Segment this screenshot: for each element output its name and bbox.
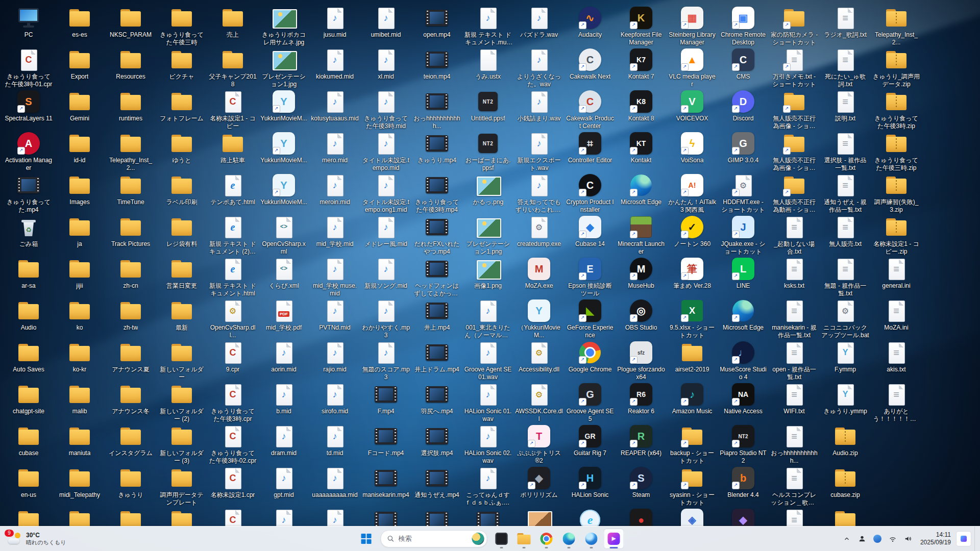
desktop-icon[interactable]: フォトフレーム [156, 87, 207, 131]
desktop-icon[interactable]: ϟ↗ VoiSona [667, 129, 718, 173]
desktop-icon[interactable]: createdump.exe [513, 212, 565, 257]
tray-user-button[interactable] [855, 530, 869, 548]
desktop-icon[interactable]: ありがとう！！！！！！.txt [871, 380, 922, 424]
desktop-icon[interactable]: C↗ CMS [718, 45, 769, 89]
desktop-icon[interactable]: ko-kr [54, 338, 105, 382]
desktop-icon[interactable] [54, 505, 105, 527]
desktop-icon[interactable]: きゅうり食ってた午後3時-01.cpr [3, 45, 54, 89]
desktop-icon[interactable]: ↗ 無人販売不正行為画像 - ショートカッ... [769, 87, 820, 131]
desktop-icon[interactable]: sirofo.mid [309, 380, 360, 424]
desktop-icon[interactable]: NT2↗ Piapro Studio NT2 [718, 421, 769, 466]
desktop-icon[interactable] [513, 505, 565, 527]
desktop-icon[interactable]: 新規 テキスト ドキュメント.html [207, 254, 258, 298]
taskbar-app-explorer[interactable] [514, 529, 534, 549]
desktop-icon[interactable]: es-es [54, 3, 105, 47]
desktop-icon[interactable]: 新規 テキスト ドキュメント (2).html [207, 212, 258, 257]
desktop-icon[interactable]: H↗ HALion Sonic [565, 463, 616, 508]
desktop-icon[interactable]: わかりやすく.mp3 [360, 296, 411, 340]
notification-center-button[interactable] [956, 531, 971, 546]
desktop-icon[interactable]: プレゼンテーション1.jpg [258, 45, 309, 89]
desktop-icon[interactable]: プレゼンテーション1.png [462, 212, 513, 257]
desktop-icon[interactable]: 無題のスコア.mp3 [360, 338, 411, 382]
desktop-icon[interactable]: 井上ドラム.mp4 [411, 338, 462, 382]
tray-chevron-button[interactable] [840, 530, 854, 548]
desktop-icon[interactable]: 新規ソング.mid [360, 254, 411, 298]
desktop-icon[interactable]: ja [54, 212, 105, 257]
desktop-icon[interactable]: きゅうり.mp4 [411, 129, 462, 173]
desktop-icon[interactable]: きゅうり食ってた午後3時.cpr [207, 380, 258, 424]
desktop-icon[interactable]: おーばーまにあ.ppsf [462, 129, 513, 173]
desktop-icon[interactable]: ◆ [718, 505, 769, 527]
desktop-icon[interactable]: ↗ Minecraft Launcher [616, 212, 667, 257]
desktop-icon[interactable]: kiokumed.mid [309, 45, 360, 89]
desktop-icon[interactable]: HALion Sonic 02.wav [462, 421, 513, 466]
desktop-icon[interactable]: aorin.mid [258, 338, 309, 382]
desktop-icon[interactable]: meroin.mid [309, 170, 360, 215]
desktop-icon[interactable]: NKSC_PARAM [105, 3, 156, 47]
show-desktop-button[interactable] [974, 527, 978, 551]
desktop-icon[interactable]: manisekarin.mp4 [360, 463, 411, 508]
desktop-icon[interactable]: mid_学校.mid [309, 212, 360, 257]
desktop-icon[interactable]: G↗ GIMP 3.0.4 [718, 129, 769, 173]
desktop-icon[interactable]: きゅうり_調声用データ.zip [871, 45, 922, 89]
desktop-icon[interactable]: パズドラ.wav [513, 3, 565, 47]
desktop-icon[interactable]: Accessibility.dll [513, 338, 565, 382]
desktop-icon[interactable]: Audio.zip [820, 421, 871, 466]
desktop-icon[interactable]: ゆうと [156, 129, 207, 173]
desktop-icon[interactable]: よりうざくなった。wav [513, 45, 565, 89]
desktop-icon[interactable]: ● [616, 505, 667, 527]
taskbar-app-edge[interactable] [559, 529, 579, 549]
desktop-icon[interactable]: インスタグラム [105, 421, 156, 466]
desktop-icon[interactable]: Auto Saves [3, 338, 54, 382]
desktop-icon[interactable]: M MoZA.exe [513, 254, 565, 298]
desktop[interactable]: PC きゅうり食ってた午後3時-01.cpr S↗ SpectraLayers … [0, 0, 980, 527]
network-button[interactable] [886, 530, 900, 548]
desktop-icon[interactable]: K↗ Keepforest File Manager [616, 3, 667, 47]
desktop-icon[interactable]: 新しいフォルダー (2) [156, 380, 207, 424]
desktop-icon[interactable]: ↗ Microsoft Edge [616, 170, 667, 215]
desktop-icon[interactable]: OpenCvSharp.xml [258, 212, 309, 257]
desktop-icon[interactable]: C↗ Cakewalk Next [565, 45, 616, 89]
desktop-icon[interactable]: 営業日変更 [156, 254, 207, 298]
desktop-icon[interactable]: midi_Telepathy [54, 463, 105, 508]
desktop-icon[interactable]: R↗ REAPER (x64) [616, 421, 667, 466]
desktop-icon[interactable]: MoZA.ini [871, 296, 922, 340]
desktop-icon[interactable]: uaaaaaaaaa.mid [309, 463, 360, 508]
desktop-icon[interactable]: だれだFXいれたやつ.mp4 [411, 212, 462, 257]
desktop-icon[interactable]: 調声練習(失敗)_3.zip [871, 170, 922, 215]
desktop-icon[interactable]: dram.mid [258, 421, 309, 466]
desktop-icon[interactable] [411, 505, 462, 527]
desktop-icon[interactable]: きゅうり食ってた.mp4 [3, 170, 54, 215]
desktop-icon[interactable]: 井上.mp4 [411, 296, 462, 340]
desktop-icon[interactable]: G↗ Groove Agent SE 5 [565, 380, 616, 424]
desktop-icon[interactable]: jusu.mid [309, 3, 360, 47]
desktop-icon[interactable]: ◎↗ OBS Studio [616, 296, 667, 340]
desktop-icon[interactable]: 無人販売.txt [820, 212, 871, 257]
desktop-icon[interactable]: ↗ 家の防犯カメラ - ショートカット [769, 3, 820, 47]
desktop-icon[interactable]: 新しいフォルダー [156, 338, 207, 382]
desktop-icon[interactable]: ↗ Google Chrome [565, 338, 616, 382]
desktop-icon[interactable]: ヘッドフォンはずしてよかった.mp4 [411, 254, 462, 298]
desktop-icon[interactable]: maniuta [54, 421, 105, 466]
desktop-icon[interactable]: cubase.zip [820, 463, 871, 508]
desktop-icon[interactable]: ◆↗ Cubase 14 [565, 212, 616, 257]
desktop-icon[interactable]: ラベル印刷 [156, 170, 207, 215]
desktop-icon[interactable]: Audio [3, 296, 54, 340]
desktop-icon[interactable] [156, 505, 207, 527]
desktop-icon[interactable]: gpt.mid [258, 463, 309, 508]
desktop-icon[interactable]: PC [3, 3, 54, 47]
desktop-icon[interactable]: zh-cn [105, 254, 156, 298]
desktop-icon[interactable]: M↗ MuseHub [616, 254, 667, 298]
desktop-icon[interactable]: Y↗ YukkuriMovieM... [258, 170, 309, 215]
desktop-icon[interactable]: 死にたい_ゅ歌詞.txt [820, 45, 871, 89]
desktop-icon[interactable]: AWSSDK.Core.dll [513, 380, 565, 424]
desktop-icon[interactable]: 通知うぜえ.mp4 [411, 463, 462, 508]
desktop-icon[interactable]: R6↗ Reaktor 6 [616, 380, 667, 424]
desktop-icon[interactable]: C↗ Crypton Product Installer [565, 170, 616, 215]
desktop-icon[interactable]: Y （YukkuriMovieM... [513, 296, 565, 340]
desktop-icon[interactable]: ごみ箱 [3, 212, 54, 257]
desktop-icon[interactable]: KT↗ Kontakt [616, 129, 667, 173]
desktop-icon[interactable]: 父子キャンプ2018 [207, 45, 258, 89]
desktop-icon[interactable]: id-id [54, 129, 105, 173]
desktop-icon[interactable]: L↗ LINE [718, 254, 769, 298]
